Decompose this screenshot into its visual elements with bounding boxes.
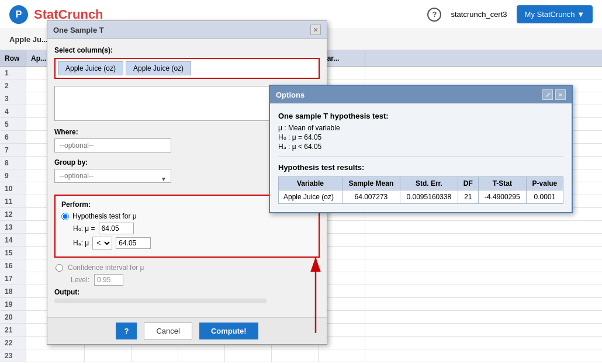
h0-input[interactable] — [99, 223, 134, 234]
ci-level-label: Level: — [71, 276, 89, 284]
compute-button[interactable]: Compute! — [199, 323, 258, 339]
question-button[interactable]: ? — [116, 323, 137, 339]
one-sample-t-title: One Sample T — [53, 26, 104, 34]
where-input[interactable] — [54, 138, 171, 152]
ha-label: Hₐ: μ — [73, 239, 89, 247]
results-table: Variable Sample Mean Std. Err. DF T-Stat… — [278, 176, 563, 204]
mu-desc: μ : Mean of variable — [278, 124, 563, 132]
maximize-icon[interactable]: ⤢ — [542, 89, 553, 100]
dialog-buttons: ? Cancel Compute! — [47, 317, 327, 344]
result-df: 21 — [458, 190, 478, 204]
app-title: StatCrunch — [34, 7, 103, 22]
options-close-icon[interactable]: × — [555, 89, 566, 100]
one-sample-t-titlebar: One Sample T × — [47, 21, 327, 39]
col-header-df: DF — [458, 177, 478, 190]
help-icon[interactable]: ? — [427, 8, 441, 22]
subheader-applejuice: Apple Ju... — [9, 35, 48, 44]
select-columns-label: Select column(s): — [54, 46, 320, 54]
result-variable: Apple Juice (oz) — [279, 190, 342, 204]
col-row: Row — [0, 50, 26, 66]
options-titlebar: Options ⤢ × — [270, 86, 572, 103]
h0-text: H₀ : μ = 64.05 — [278, 133, 563, 141]
result-std-err: 0.0095160338 — [400, 190, 458, 204]
hypothesis-radio[interactable] — [61, 213, 69, 220]
app-logo: P — [9, 5, 28, 24]
ci-row: Confidence interval for μ — [56, 264, 320, 272]
group-by-select[interactable]: --optional-- — [54, 169, 171, 183]
table-row: 23 — [0, 349, 602, 362]
options-body: One sample T hypothesis test: μ : Mean o… — [270, 103, 572, 212]
options-icons: ⤢ × — [542, 89, 566, 100]
results-row: Apple Juice (oz) 64.007273 0.0095160338 … — [279, 190, 563, 204]
topbar-right: ? statcrunch_cert3 My StatCrunch ▼ — [427, 5, 593, 23]
ha-text: Hₐ : μ < 64.05 — [278, 143, 563, 151]
result-t-stat: -4.4900295 — [478, 190, 526, 204]
options-heading: One sample T hypothesis test: — [278, 112, 563, 120]
my-statcrunch-button[interactable]: My StatCrunch ▼ — [517, 5, 593, 23]
col-header-variable: Variable — [279, 177, 342, 190]
col-header-t-stat: T-Stat — [478, 177, 526, 190]
title-colored: Crunch — [58, 7, 103, 22]
col-header-std-err: Std. Err. — [400, 177, 458, 190]
ci-label: Confidence interval for μ — [68, 264, 144, 272]
result-p-value: 0.0001 — [526, 190, 563, 204]
ci-level-input[interactable] — [94, 274, 123, 286]
one-sample-t-close[interactable]: × — [310, 25, 321, 35]
select-columns-box: Apple Juice (oz) Apple Juice (oz) — [54, 58, 320, 79]
hypothesis-radio-row: Hypothesis test for μ — [61, 212, 313, 220]
ha-row: Hₐ: μ < — [73, 237, 313, 249]
results-heading: Hypothesis test results: — [278, 163, 563, 172]
ci-level-row: Level: — [71, 274, 320, 286]
username-label: statcrunch_cert3 — [451, 10, 507, 19]
col-header-p-value: P-value — [526, 177, 563, 190]
ci-radio[interactable] — [56, 264, 63, 272]
output-bar — [54, 299, 267, 303]
options-divider — [278, 157, 563, 157]
title-normal: Stat — [34, 7, 58, 22]
ha-inequality-select[interactable]: < — [92, 237, 112, 249]
cancel-button[interactable]: Cancel — [144, 323, 192, 339]
h0-row: H₀: μ = — [73, 223, 313, 234]
col-header-sample-mean: Sample Mean — [342, 177, 400, 190]
result-sample-mean: 64.007273 — [342, 190, 400, 204]
hypothesis-label: Hypothesis test for μ — [72, 212, 137, 220]
ha-input[interactable] — [116, 237, 151, 249]
column-item-1[interactable]: Apple Juice (oz) — [58, 61, 123, 75]
options-dialog: Options ⤢ × One sample T hypothesis test… — [269, 85, 573, 213]
h0-label: H₀: μ = — [73, 224, 95, 233]
group-by-select-wrapper: --optional-- — [54, 169, 171, 189]
options-title: Options — [276, 91, 305, 99]
output-label: Output: — [54, 288, 320, 296]
column-item-2[interactable]: Apple Juice (oz) — [126, 61, 191, 75]
